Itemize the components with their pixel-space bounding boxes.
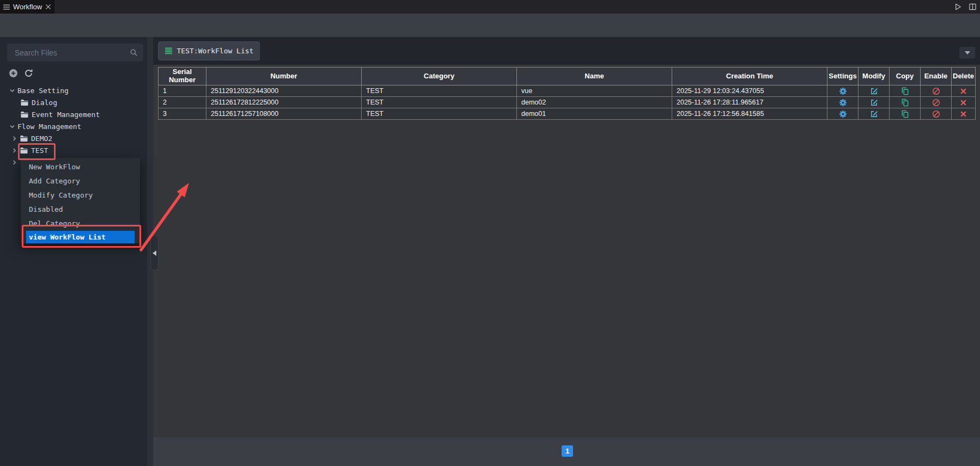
workflow-tab-title: Workflow xyxy=(13,3,42,11)
modify-icon[interactable] xyxy=(870,110,878,118)
column-header-copy: Copy xyxy=(890,68,921,85)
enable-cell xyxy=(921,97,952,108)
copy-cell xyxy=(890,97,921,108)
settings-icon[interactable] xyxy=(839,87,847,95)
delete-cell xyxy=(952,108,976,120)
column-header-enable: Enable xyxy=(921,68,952,85)
delete-cell xyxy=(952,85,976,97)
search-icon[interactable] xyxy=(130,48,138,57)
settings-cell xyxy=(827,108,859,120)
category-cell: TEST xyxy=(362,97,517,108)
enable-cell xyxy=(921,85,952,97)
category-cell: TEST xyxy=(362,108,517,120)
split-editor-icon[interactable] xyxy=(969,3,977,11)
folder-icon xyxy=(20,99,29,106)
serial-cell: 2 xyxy=(159,97,206,108)
tree-item-demo2[interactable]: DEMO2 xyxy=(0,132,147,144)
name-cell: vue xyxy=(517,85,672,97)
modify-icon[interactable] xyxy=(870,87,878,95)
delete-cell xyxy=(952,97,976,108)
column-header-settings: Settings xyxy=(827,68,859,85)
copy-icon[interactable] xyxy=(901,99,909,107)
folder-icon xyxy=(20,147,28,154)
delete-icon[interactable] xyxy=(960,88,967,95)
chevron-down-icon[interactable] xyxy=(9,88,15,94)
maintab-label: TEST:WorkFlow List xyxy=(177,47,254,55)
search-box[interactable] xyxy=(7,44,143,62)
modify-cell xyxy=(859,97,890,108)
serial-cell: 3 xyxy=(159,108,206,120)
enable-icon[interactable] xyxy=(932,99,940,107)
delete-icon[interactable] xyxy=(960,99,967,106)
tree-item-test[interactable]: TEST xyxy=(0,144,147,156)
tree-item-label: Event Management xyxy=(32,111,100,119)
collapse-left-icon xyxy=(153,250,156,256)
enable-cell xyxy=(921,108,952,120)
chevron-right-icon[interactable] xyxy=(11,160,17,165)
context-menu: New WorkFlowAdd CategoryModify CategoryD… xyxy=(21,158,140,243)
folder-icon xyxy=(20,111,29,118)
modify-icon[interactable] xyxy=(870,99,878,107)
settings-icon[interactable] xyxy=(839,110,847,118)
chevron-right-icon[interactable] xyxy=(11,148,17,154)
menu-item-del-category[interactable]: Del Category xyxy=(21,216,140,230)
category-cell: TEST xyxy=(362,85,517,97)
column-header-delete: Delete xyxy=(952,68,976,85)
column-header-serial-number: Serial Number xyxy=(159,68,206,85)
page-1-button[interactable]: 1 xyxy=(562,445,573,457)
table-row: 3251126171257108000TESTdemo012025-11-26 … xyxy=(159,108,976,120)
tree-item-label: DEMO2 xyxy=(31,134,52,143)
creation-time-cell: 2025-11-29 12:03:24.437055 xyxy=(672,85,827,97)
menu-item-new-workflow[interactable]: New WorkFlow xyxy=(21,160,140,174)
tree-item-dialog[interactable]: Dialog xyxy=(0,96,147,108)
copy-icon[interactable] xyxy=(901,87,909,95)
menu-item-add-category[interactable]: Add Category xyxy=(21,174,140,188)
enable-icon[interactable] xyxy=(932,110,940,118)
document-tab-strip xyxy=(153,37,980,65)
copy-icon[interactable] xyxy=(901,110,909,118)
refresh-icon[interactable] xyxy=(24,69,33,78)
creation-time-cell: 2025-11-26 17:12:56.841585 xyxy=(672,108,827,120)
name-cell: demo01 xyxy=(517,108,672,120)
number-cell: 251126172812225000 xyxy=(206,97,362,108)
tree-item-base-setting[interactable]: Base Setting xyxy=(0,84,147,96)
search-input[interactable] xyxy=(7,48,130,57)
tab-test-workflow-list[interactable]: TEST:WorkFlow List xyxy=(158,41,260,60)
chevron-down-icon xyxy=(965,51,970,54)
tree-item-flow-management[interactable]: Flow Management xyxy=(0,120,147,132)
modify-cell xyxy=(859,85,890,97)
menu-item-disabled[interactable]: Disabled xyxy=(21,202,140,216)
workflow-window-tab[interactable]: Workflow xyxy=(0,0,54,14)
delete-icon[interactable] xyxy=(960,111,967,118)
sidebar-collapse-handle[interactable] xyxy=(150,235,159,271)
hamburger-icon xyxy=(3,4,10,10)
number-cell: 251126171257108000 xyxy=(206,108,362,120)
menu-item-modify-category[interactable]: Modify Category xyxy=(21,188,140,202)
settings-icon[interactable] xyxy=(839,99,847,107)
column-header-category: Category xyxy=(362,68,517,85)
settings-cell xyxy=(827,85,859,97)
file-explorer-sidebar: Base SettingDialogEvent ManagementFlow M… xyxy=(0,37,147,466)
tree-item-event-management[interactable]: Event Management xyxy=(0,108,147,120)
add-icon[interactable] xyxy=(9,69,18,78)
copy-cell xyxy=(890,108,921,120)
menu-item-view-workflow-list[interactable]: view WorkFlow List xyxy=(26,231,135,243)
settings-cell xyxy=(827,97,859,108)
enable-icon[interactable] xyxy=(932,87,940,95)
chevron-right-icon[interactable] xyxy=(11,136,17,142)
table-row: 1251129120322443000TESTvue2025-11-29 12:… xyxy=(159,85,976,97)
tab-list-dropdown-button[interactable] xyxy=(959,47,975,59)
column-header-modify: Modify xyxy=(859,68,890,85)
column-header-name: Name xyxy=(517,68,672,85)
workflow-table: Serial NumberNumberCategoryNameCreation … xyxy=(158,67,976,120)
run-icon[interactable] xyxy=(954,3,962,11)
tree-item-label: TEST xyxy=(31,146,48,155)
serial-cell: 1 xyxy=(159,85,206,97)
column-header-number: Number xyxy=(206,68,362,85)
folder-icon xyxy=(20,135,28,142)
chevron-down-icon[interactable] xyxy=(9,124,15,130)
window-title-bar: Workflow xyxy=(0,0,980,14)
table-row: 2251126172812225000TESTdemo022025-11-26 … xyxy=(159,97,976,108)
tree-item-label: Base Setting xyxy=(17,87,69,95)
close-icon[interactable] xyxy=(45,4,51,10)
